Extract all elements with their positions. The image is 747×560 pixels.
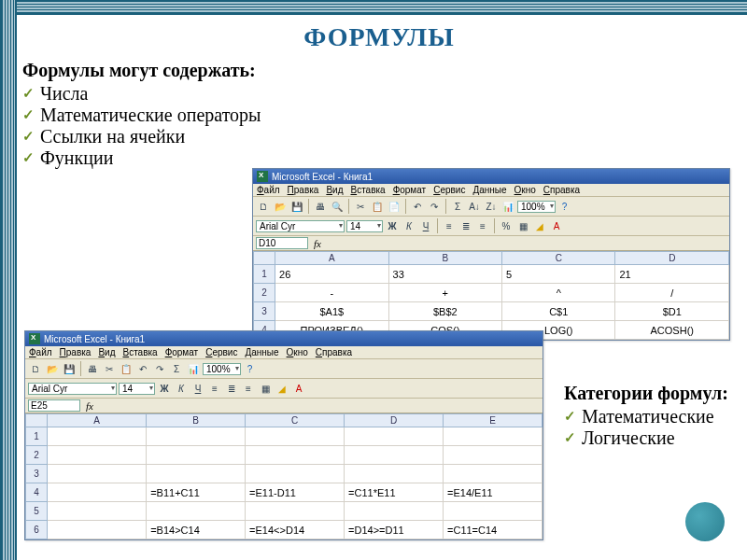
menu-data[interactable]: Данные bbox=[245, 347, 278, 357]
cell[interactable] bbox=[246, 446, 345, 465]
align-left-icon[interactable]: ≡ bbox=[442, 218, 457, 233]
align-right-icon[interactable]: ≡ bbox=[475, 218, 490, 233]
cell[interactable] bbox=[48, 446, 147, 465]
new-icon[interactable]: 🗋 bbox=[28, 361, 43, 376]
name-box[interactable]: E25 bbox=[28, 399, 80, 412]
col-header[interactable]: E bbox=[444, 414, 543, 427]
menu-edit[interactable]: Правка bbox=[60, 347, 92, 357]
menu-file[interactable]: Файл bbox=[257, 185, 280, 195]
format-toolbar[interactable]: Arial Cyr 14 Ж К Ч ≡ ≣ ≡ ▦ ◢ A bbox=[25, 379, 543, 399]
col-header[interactable]: C bbox=[246, 414, 345, 427]
menu-view[interactable]: Вид bbox=[326, 185, 343, 195]
copy-icon[interactable]: 📋 bbox=[119, 361, 134, 376]
col-header[interactable]: B bbox=[147, 414, 246, 427]
font-combo[interactable]: Arial Cyr bbox=[256, 220, 345, 232]
zoom-combo[interactable]: 100% bbox=[203, 363, 241, 375]
cell[interactable] bbox=[147, 446, 246, 465]
align-center-icon[interactable]: ≣ bbox=[224, 381, 239, 396]
cell[interactable]: / bbox=[615, 284, 729, 302]
row-header[interactable]: 1 bbox=[254, 265, 275, 284]
cell[interactable] bbox=[345, 446, 444, 465]
standard-toolbar[interactable]: 🗋 📂 💾 🖶 ✂ 📋 ↶ ↷ Σ 📊 100% ? bbox=[25, 359, 543, 379]
sort-asc-icon[interactable]: A↓ bbox=[467, 199, 482, 214]
font-size-combo[interactable]: 14 bbox=[346, 220, 383, 232]
new-icon[interactable]: 🗋 bbox=[256, 199, 271, 214]
cell[interactable] bbox=[48, 465, 147, 483]
copy-icon[interactable]: 📋 bbox=[370, 199, 385, 214]
row-header[interactable]: 2 bbox=[26, 446, 48, 465]
menu-data[interactable]: Данные bbox=[472, 185, 506, 195]
open-icon[interactable]: 📂 bbox=[45, 361, 60, 376]
cut-icon[interactable]: ✂ bbox=[353, 199, 368, 214]
italic-icon[interactable]: К bbox=[174, 381, 189, 396]
menu-insert[interactable]: Вставка bbox=[122, 347, 157, 357]
menu-file[interactable]: Файл bbox=[29, 347, 52, 357]
cell[interactable] bbox=[444, 427, 543, 446]
print-icon[interactable]: 🖶 bbox=[85, 361, 100, 376]
spreadsheet-grid[interactable]: A B C D 1 26 33 5 21 2 - + ^ / 3 $A1$ $B… bbox=[253, 251, 729, 340]
cell[interactable] bbox=[48, 483, 147, 502]
menu-help[interactable]: Справка bbox=[316, 347, 352, 357]
bold-icon[interactable]: Ж bbox=[157, 381, 172, 396]
row-header[interactable]: 1 bbox=[26, 427, 48, 446]
fill-color-icon[interactable]: ◢ bbox=[275, 381, 289, 396]
menu-tools[interactable]: Сервис bbox=[205, 347, 237, 357]
cell[interactable]: 5 bbox=[502, 265, 615, 284]
cell[interactable] bbox=[246, 465, 345, 483]
cell[interactable] bbox=[48, 521, 147, 539]
col-header[interactable]: C bbox=[502, 252, 615, 265]
fill-color-icon[interactable]: ◢ bbox=[532, 218, 547, 233]
sum-icon[interactable]: Σ bbox=[169, 361, 184, 376]
underline-icon[interactable]: Ч bbox=[418, 218, 433, 233]
menu-tools[interactable]: Сервис bbox=[433, 185, 465, 195]
save-icon[interactable]: 💾 bbox=[62, 361, 77, 376]
print-icon[interactable]: 🖶 bbox=[313, 199, 328, 214]
fx-icon[interactable]: fx bbox=[86, 400, 93, 412]
col-header[interactable]: D bbox=[345, 414, 444, 427]
menubar[interactable]: Файл Правка Вид Вставка Формат Сервис Да… bbox=[253, 184, 729, 197]
align-right-icon[interactable]: ≡ bbox=[241, 381, 256, 396]
col-header[interactable]: A bbox=[275, 252, 388, 265]
cell[interactable] bbox=[48, 502, 147, 521]
redo-icon[interactable]: ↷ bbox=[152, 361, 167, 376]
italic-icon[interactable]: К bbox=[402, 218, 416, 233]
cell[interactable]: =E14/E11 bbox=[444, 483, 543, 502]
menu-window[interactable]: Окно bbox=[287, 347, 308, 357]
cell[interactable] bbox=[147, 427, 246, 446]
cell[interactable]: =E11-D11 bbox=[246, 483, 345, 502]
cell[interactable]: + bbox=[388, 284, 501, 302]
menu-format[interactable]: Формат bbox=[393, 185, 427, 195]
menubar[interactable]: Файл Правка Вид Вставка Формат Сервис Да… bbox=[25, 346, 543, 359]
fx-icon[interactable]: fx bbox=[314, 238, 321, 249]
menu-view[interactable]: Вид bbox=[98, 347, 115, 357]
col-header[interactable]: B bbox=[388, 252, 501, 265]
format-toolbar[interactable]: Arial Cyr 14 Ж К Ч ≡ ≣ ≡ % ▦ ◢ A bbox=[253, 217, 729, 236]
cell[interactable]: $B$2 bbox=[388, 302, 501, 321]
cell[interactable] bbox=[444, 465, 543, 483]
borders-icon[interactable]: ▦ bbox=[258, 381, 273, 396]
cell[interactable]: ^ bbox=[502, 284, 615, 302]
row-header[interactable]: 2 bbox=[254, 284, 275, 302]
row-header[interactable]: 5 bbox=[26, 502, 48, 521]
chart-icon[interactable]: 📊 bbox=[500, 199, 515, 214]
cell[interactable] bbox=[345, 427, 444, 446]
help-icon[interactable]: ? bbox=[557, 199, 572, 214]
cell[interactable]: =C11*E11 bbox=[345, 483, 444, 502]
cell[interactable] bbox=[444, 446, 543, 465]
cell[interactable]: - bbox=[275, 284, 388, 302]
menu-edit[interactable]: Правка bbox=[288, 185, 319, 195]
menu-window[interactable]: Окно bbox=[514, 185, 536, 195]
cell[interactable]: $D1 bbox=[615, 302, 729, 321]
standard-toolbar[interactable]: 🗋 📂 💾 🖶 🔍 ✂ 📋 📄 ↶ ↷ Σ A↓ Z↓ 📊 100% ? bbox=[253, 197, 729, 217]
bold-icon[interactable]: Ж bbox=[385, 218, 400, 233]
cell[interactable]: =B14>C14 bbox=[147, 521, 246, 539]
underline-icon[interactable]: Ч bbox=[190, 381, 205, 396]
cell[interactable]: =B11+C11 bbox=[147, 483, 246, 502]
currency-icon[interactable]: % bbox=[499, 218, 514, 233]
cell[interactable]: ACOSH() bbox=[615, 321, 729, 340]
cell[interactable] bbox=[147, 465, 246, 483]
cell[interactable]: =D14>=D11 bbox=[345, 521, 444, 539]
cell[interactable] bbox=[48, 427, 147, 446]
menu-help[interactable]: Справка bbox=[543, 185, 580, 195]
cell[interactable] bbox=[246, 427, 345, 446]
